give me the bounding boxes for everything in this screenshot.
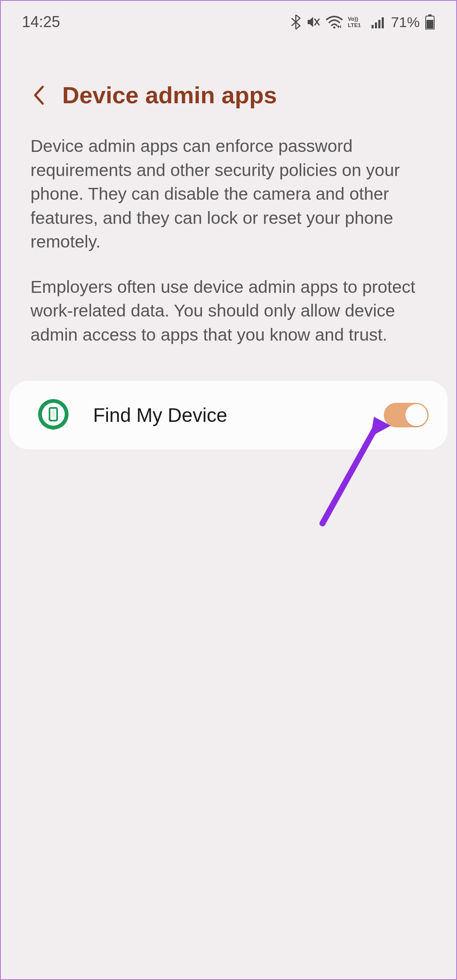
back-chevron-icon <box>33 85 45 106</box>
svg-rect-3 <box>372 25 374 28</box>
volte-icon: Vo)) LTE1 <box>348 16 366 28</box>
battery-percentage: 71% <box>391 14 420 30</box>
page-title: Device admin apps <box>62 81 277 109</box>
svg-text:LTE1: LTE1 <box>348 22 361 28</box>
svg-rect-4 <box>375 22 377 28</box>
svg-text:Vo)): Vo)) <box>348 16 358 22</box>
battery-icon <box>425 14 435 30</box>
svg-rect-6 <box>382 17 384 28</box>
svg-rect-13 <box>51 410 55 417</box>
svg-rect-9 <box>427 20 433 29</box>
mute-icon <box>306 15 321 29</box>
description-paragraph-1: Device admin apps can enforce password r… <box>30 134 427 254</box>
svg-rect-5 <box>378 20 380 28</box>
status-icons-group: Vo)) LTE1 71% <box>290 14 435 30</box>
svg-point-0 <box>333 27 335 29</box>
status-bar: 14:25 Vo)) LTE1 71% <box>1 1 456 39</box>
find-my-device-icon <box>37 399 70 432</box>
app-list: Find My Device <box>1 368 456 449</box>
app-item-find-my-device[interactable]: Find My Device <box>9 381 448 449</box>
status-time: 14:25 <box>22 13 60 31</box>
page-header: Device admin apps <box>1 39 456 126</box>
description-section: Device admin apps can enforce password r… <box>1 126 456 368</box>
app-toggle-switch[interactable] <box>384 403 429 427</box>
description-paragraph-2: Employers often use device admin apps to… <box>30 275 427 347</box>
back-button[interactable] <box>30 87 47 104</box>
bluetooth-icon <box>290 14 301 30</box>
app-name-label: Find My Device <box>93 404 361 427</box>
signal-icon <box>372 16 386 28</box>
wifi-icon <box>326 15 343 29</box>
